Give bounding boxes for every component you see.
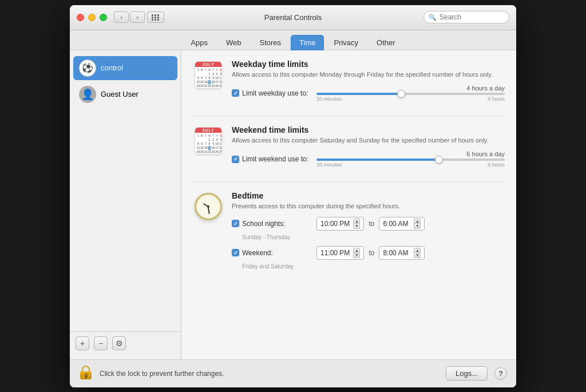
lock-text: Click the lock to prevent further change… xyxy=(100,370,439,378)
divider-1 xyxy=(193,116,505,116)
weekend-sublabel: Friday and Saturday xyxy=(242,263,505,270)
weekend-end-time[interactable]: 8:00 AM ▲ ▼ xyxy=(379,246,425,260)
avatar-guest: 👤 xyxy=(79,86,96,103)
weekend-label-min: 30 minutes xyxy=(316,162,342,168)
sidebar-item-guest[interactable]: 👤 Guest User xyxy=(73,82,177,106)
bottom-bar: Click the lock to prevent further change… xyxy=(70,359,516,387)
lock-keyhole xyxy=(85,373,88,377)
weekend-end-up[interactable]: ▲ xyxy=(414,248,421,253)
bedtime-clock-icon xyxy=(193,191,224,222)
school-nights-end-stepper[interactable]: ▲ ▼ xyxy=(414,219,421,229)
bedtime-desc: Prevents access to this computer during … xyxy=(232,202,505,211)
school-nights-text: School nights: xyxy=(242,220,285,228)
lock-shackle xyxy=(82,366,90,371)
avatar-control: ⚽ xyxy=(79,60,96,77)
weekend-bedtime-checkbox[interactable] xyxy=(232,249,239,256)
sidebar: ⚽ control 👤 Guest User + − ⚙ xyxy=(70,50,181,359)
weekend-slider-container: 6 hours a day 30 minutes 8 hours xyxy=(316,151,505,168)
body: ⚽ control 👤 Guest User + − ⚙ JULY xyxy=(70,50,516,359)
weekday-label-min: 30 minutes xyxy=(316,96,342,102)
forward-button[interactable]: › xyxy=(130,11,145,23)
weekday-checkbox-label[interactable]: Limit weekday use to: xyxy=(232,89,312,97)
weekend-start-down[interactable]: ▼ xyxy=(353,253,360,258)
school-nights-end-value: 6:00 AM xyxy=(383,220,408,228)
weekend-slider-labels: 30 minutes 8 hours xyxy=(316,162,505,168)
tab-time[interactable]: Time xyxy=(291,35,324,50)
tab-web[interactable]: Web xyxy=(217,35,250,50)
weekend-bedtime-label: Weekend: xyxy=(232,249,312,257)
minimize-button[interactable] xyxy=(88,14,96,21)
bedtime-section: Bedtime Prevents access to this computer… xyxy=(193,191,505,275)
weekend-start-up[interactable]: ▲ xyxy=(353,248,360,253)
close-button[interactable] xyxy=(77,14,84,21)
weekday-slider-track[interactable] xyxy=(316,93,505,95)
school-nights-sublabel: Sunday - Thursday xyxy=(242,234,505,240)
weekday-slider-container: 4 hours a day 30 minutes 8 hours xyxy=(316,85,505,102)
school-nights-end-down[interactable]: ▼ xyxy=(414,224,421,229)
clock-center xyxy=(207,205,209,208)
weekend-slider-thumb[interactable] xyxy=(435,156,443,164)
remove-user-button[interactable]: − xyxy=(94,336,108,350)
weekend-checkbox-text: Limit weekend use to: xyxy=(242,155,308,163)
weekend-title: Weekend time limits xyxy=(232,125,505,134)
titlebar: ‹ › Parental Controls 🔍 xyxy=(70,5,516,30)
weekday-slider-row: Limit weekday use to: 4 hours a day 30 m… xyxy=(232,85,505,102)
weekend-slider-track[interactable] xyxy=(316,159,505,161)
school-nights-checkbox[interactable] xyxy=(232,220,239,227)
weekday-section: JULY SMTWTFS 1234 567891011 121314151617… xyxy=(193,60,505,104)
weekend-bedtime-text: Weekend: xyxy=(242,249,273,257)
weekend-checkbox-label[interactable]: Limit weekend use to: xyxy=(232,155,312,163)
weekend-calendar-icon: JULY SMTWTFS 1234 567891011 121314151617… xyxy=(193,125,224,156)
weekend-slider-fill xyxy=(316,159,439,161)
logs-button[interactable]: Logs... xyxy=(446,366,488,381)
weekend-end-stepper[interactable]: ▲ ▼ xyxy=(414,248,421,258)
tab-stores[interactable]: Stores xyxy=(251,35,290,50)
weekday-slider-thumb[interactable] xyxy=(397,90,405,98)
weekday-slider-fill xyxy=(316,93,401,95)
weekend-start-stepper[interactable]: ▲ ▼ xyxy=(353,248,360,258)
search-input[interactable] xyxy=(440,13,504,21)
tab-privacy[interactable]: Privacy xyxy=(325,35,367,50)
lock-body xyxy=(80,371,92,379)
weekday-calendar-icon: JULY SMTWTFS 1234 567891011 121314151617… xyxy=(193,60,224,90)
user-name-guest: Guest User xyxy=(101,90,138,98)
main-window: ‹ › Parental Controls 🔍 Apps Web Stores … xyxy=(70,5,516,387)
weekend-slider-row: Limit weekend use to: 6 hours a day 30 m… xyxy=(232,151,505,168)
school-nights-to: to xyxy=(369,220,374,228)
back-button[interactable]: ‹ xyxy=(114,11,129,23)
weekend-start-time[interactable]: 11:00 PM ▲ ▼ xyxy=(316,246,364,260)
search-icon: 🔍 xyxy=(429,14,437,21)
nav-buttons: ‹ › xyxy=(114,11,145,23)
grid-icon xyxy=(152,14,160,21)
weekend-end-down[interactable]: ▼ xyxy=(414,253,421,258)
sidebar-footer: + − ⚙ xyxy=(70,331,181,355)
tab-apps[interactable]: Apps xyxy=(182,35,216,50)
weekday-checkbox[interactable] xyxy=(232,89,239,97)
bedtime-title: Bedtime xyxy=(232,191,505,200)
weekend-section: JULY SMTWTFS 1234 567891011 121314151617… xyxy=(193,125,505,170)
add-user-button[interactable]: + xyxy=(76,336,89,350)
weekday-content: Weekday time limits Allows access to thi… xyxy=(232,60,505,104)
user-name-control: control xyxy=(101,64,123,72)
lock-icon[interactable] xyxy=(79,366,93,382)
traffic-lights xyxy=(77,14,107,21)
help-button[interactable]: ? xyxy=(494,367,507,380)
school-nights-row: School nights: 10:00 PM ▲ ▼ to 6:00 AM xyxy=(232,217,505,231)
school-nights-start-down[interactable]: ▼ xyxy=(353,224,360,229)
school-nights-end-up[interactable]: ▲ xyxy=(414,219,421,224)
window-title: Parental Controls xyxy=(264,13,322,22)
sidebar-item-control[interactable]: ⚽ control xyxy=(73,56,177,80)
maximize-button[interactable] xyxy=(100,14,107,21)
search-box[interactable]: 🔍 xyxy=(423,11,509,23)
gear-button[interactable]: ⚙ xyxy=(112,336,126,350)
divider-2 xyxy=(193,181,505,182)
school-nights-start-up[interactable]: ▲ xyxy=(353,219,360,224)
school-nights-end-time[interactable]: 6:00 AM ▲ ▼ xyxy=(379,217,425,231)
grid-button[interactable] xyxy=(147,11,164,23)
school-nights-start-time[interactable]: 10:00 PM ▲ ▼ xyxy=(316,217,364,231)
school-nights-start-value: 10:00 PM xyxy=(320,220,350,228)
weekend-end-value: 8:00 AM xyxy=(383,249,408,257)
tab-other[interactable]: Other xyxy=(368,35,404,50)
weekend-checkbox[interactable] xyxy=(232,156,239,163)
school-nights-start-stepper[interactable]: ▲ ▼ xyxy=(353,219,360,229)
